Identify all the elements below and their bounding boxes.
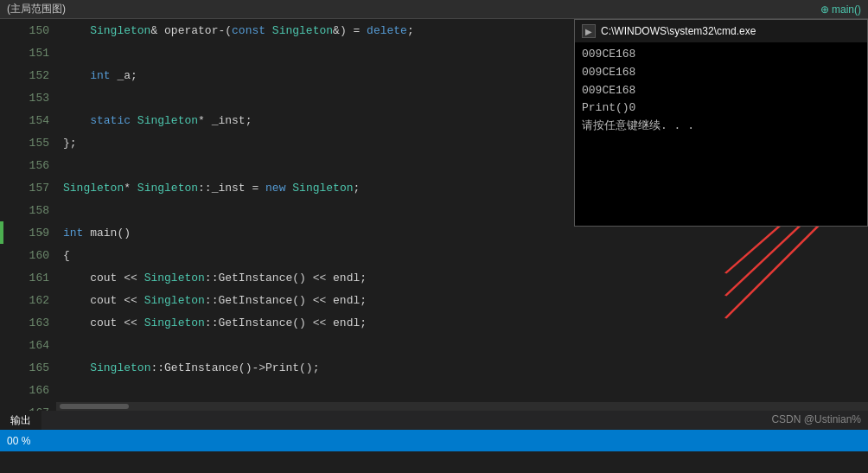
line-number: 151 <box>3 47 60 60</box>
line-number: 152 <box>3 69 60 82</box>
cmd-title: C:\WINDOWS\system32\cmd.exe <box>601 25 756 37</box>
code-line: 161 cout << Singleton::GetInstance() << … <box>0 266 868 289</box>
output-tab-label[interactable]: 输出 <box>0 411 41 430</box>
line-number: 150 <box>3 24 60 37</box>
cmd-line: 009CE168 <box>582 82 860 100</box>
line-number: 160 <box>3 249 60 262</box>
line-number: 164 <box>3 339 60 352</box>
code-line: 165 Singleton::GetInstance()->Print(); <box>0 356 868 379</box>
editor-container: 150 Singleton& operator-(const Singleton… <box>0 19 868 451</box>
scrollbar-thumb[interactable] <box>60 404 129 409</box>
cmd-icon: ▶ <box>582 24 596 38</box>
line-number: 166 <box>3 384 60 397</box>
line-number: 158 <box>3 204 60 217</box>
cmd-line: 009CE168 <box>582 46 860 64</box>
top-bar-right: ⊕ main() <box>820 3 861 16</box>
line-content: int main() <box>60 227 868 240</box>
cmd-line: 009CE168 <box>582 64 860 82</box>
line-number: 153 <box>3 92 60 105</box>
cmd-line: Print()0 <box>582 99 860 118</box>
cmd-titlebar: ▶ C:\WINDOWS\system32\cmd.exe <box>575 20 867 42</box>
code-line: 162 cout << Singleton::GetInstance() << … <box>0 289 868 311</box>
line-content: cout << Singleton::GetInstance() << endl… <box>60 316 868 329</box>
line-number: 161 <box>3 272 60 284</box>
line-number: 163 <box>3 316 60 329</box>
line-content: cout << Singleton::GetInstance() << endl… <box>60 294 868 307</box>
scrollbar-horizontal[interactable] <box>56 402 868 411</box>
code-line: 166 <box>0 379 868 401</box>
csdn-watermark: CSDN @Ustinian% <box>771 413 861 425</box>
line-number: 157 <box>3 182 60 195</box>
code-line: 160{ <box>0 244 868 266</box>
code-line: 164 <box>0 334 868 356</box>
line-number: 154 <box>3 114 60 127</box>
status-bar: 00 % <box>0 430 868 451</box>
line-number: 156 <box>3 159 60 172</box>
cmd-line: 请按任意键继续. . . <box>582 118 860 136</box>
top-bar-left: (主局范围图) <box>7 2 820 16</box>
cmd-window: ▶ C:\WINDOWS\system32\cmd.exe 009CE16800… <box>574 19 868 227</box>
line-number: 155 <box>3 137 60 150</box>
zoom-level: 00 % <box>7 435 30 447</box>
line-content: cout << Singleton::GetInstance() << endl… <box>60 272 868 284</box>
output-tab-bar: 输出 <box>0 411 868 430</box>
line-content: Singleton::GetInstance()->Print(); <box>60 361 868 374</box>
top-bar: (主局范围图) ⊕ main() <box>0 0 868 19</box>
line-number: 165 <box>3 361 60 374</box>
code-line: 163 cout << Singleton::GetInstance() << … <box>0 311 868 334</box>
line-number: 159 <box>3 227 60 240</box>
cmd-content: 009CE168009CE168009CE168Print()0请按任意键继续.… <box>575 42 867 139</box>
line-number: 162 <box>3 294 60 307</box>
code-editor[interactable]: 150 Singleton& operator-(const Singleton… <box>0 19 868 451</box>
line-content: { <box>60 249 868 262</box>
